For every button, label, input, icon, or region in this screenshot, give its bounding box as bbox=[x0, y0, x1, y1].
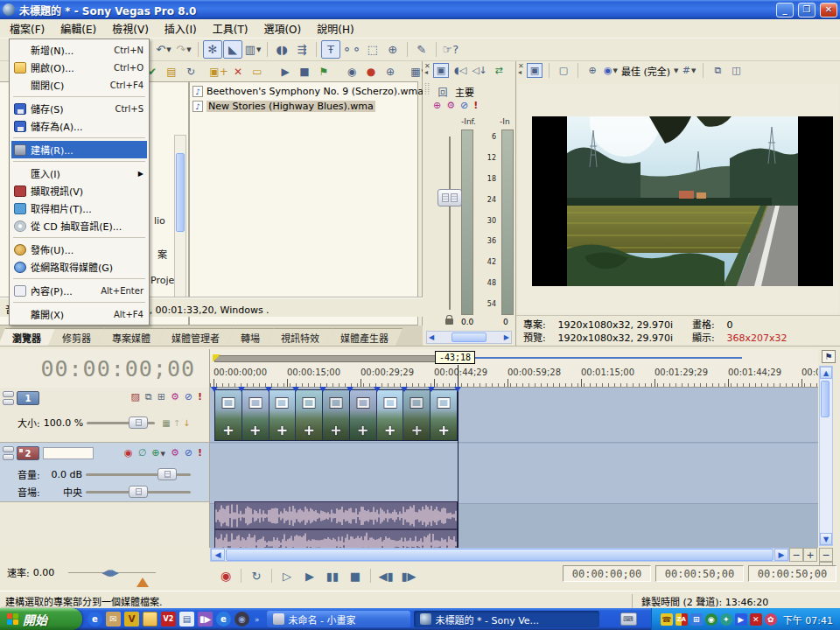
taskbar-clock[interactable]: 下午 07:41 bbox=[783, 612, 833, 626]
capture-video-icon[interactable]: ● bbox=[362, 63, 380, 80]
new-folder-icon[interactable]: ▣+ bbox=[210, 63, 228, 80]
selection-end-timecode[interactable]: 00:00:50;00 bbox=[655, 565, 744, 582]
file-menu-item-publish[interactable]: 發佈(U)... bbox=[11, 241, 147, 258]
selection-edit-tool-button[interactable]: ▥▼ bbox=[243, 40, 262, 59]
pan-slider[interactable] bbox=[86, 491, 191, 494]
close-button[interactable]: ✕ bbox=[820, 3, 837, 18]
scroll-up-icon[interactable]: ▲ bbox=[820, 367, 832, 379]
track-fx-icon[interactable]: ⊕▼ bbox=[151, 447, 165, 458]
play-from-start-button[interactable]: ▷ bbox=[276, 567, 298, 584]
media-player-icon[interactable]: ◉ bbox=[234, 612, 249, 626]
media-manager-icon[interactable]: ◉ bbox=[343, 63, 360, 80]
tray-windows-icon[interactable]: ⊞ bbox=[690, 613, 703, 626]
menu-view[interactable]: 檢視(V) bbox=[104, 18, 157, 38]
menu-tools[interactable]: 工具(T) bbox=[205, 18, 256, 38]
audio-track-lane[interactable] bbox=[210, 444, 818, 504]
close-panel-icon[interactable]: ✕◂ bbox=[424, 63, 430, 75]
dim-output-icon[interactable]: ◁↓ bbox=[472, 63, 487, 78]
menu-help[interactable]: 說明(H) bbox=[309, 18, 361, 38]
file-menu-item-save[interactable]: 儲存(S)Ctrl+S bbox=[11, 100, 147, 117]
scroll-thumb[interactable] bbox=[452, 332, 486, 342]
file-menu-item-new[interactable]: 新增(N)...Ctrl+N bbox=[11, 41, 147, 59]
file-menu-item-save-as[interactable]: 儲存為(A)... bbox=[11, 117, 147, 135]
video-output-fx-icon[interactable]: ⊕ bbox=[584, 63, 600, 78]
file-list-item[interactable]: ♪ New Stories (Highway Blues).wma bbox=[190, 99, 417, 114]
ruler-tick-strip[interactable]: 00:00:00;00 00:00:15;00 00:00:29;29 00:0… bbox=[210, 365, 818, 388]
file-menu-item-open[interactable]: 開啟(O)...Ctrl+O bbox=[11, 59, 147, 76]
mute-icon[interactable]: ⊘ bbox=[460, 100, 468, 111]
undo-button[interactable]: ↶▼ bbox=[154, 40, 173, 59]
track-resize-grip[interactable] bbox=[3, 391, 14, 409]
solo-icon[interactable]: ! bbox=[198, 447, 202, 458]
loop-playback-button[interactable]: ↻ bbox=[246, 567, 267, 584]
tab-media-generators[interactable]: 媒體產生器 bbox=[326, 328, 402, 346]
invert-phase-icon[interactable]: ∅ bbox=[138, 447, 147, 458]
envelope-edit-tool-button[interactable]: ◣ bbox=[223, 40, 242, 59]
file-menu-item-get-photo[interactable]: 取得相片(T)... bbox=[11, 200, 147, 217]
play-button[interactable]: ▶ bbox=[299, 567, 320, 584]
scroll-down-icon[interactable]: ▼ bbox=[820, 533, 832, 545]
auto-preview-icon[interactable]: ⚑ bbox=[315, 63, 332, 80]
project-properties-icon[interactable]: ▣ bbox=[527, 63, 542, 78]
file-menu-item-extract-audio-cd[interactable]: 從 CD 抽取音訊(E)... bbox=[11, 217, 147, 234]
timeline-vertical-scrollbar[interactable]: ▲ ▼ bbox=[819, 366, 833, 546]
menu-file[interactable]: 檔案(F) bbox=[2, 18, 52, 38]
internet-explorer-icon[interactable]: e bbox=[88, 612, 102, 626]
get-media-web-icon[interactable]: ⊕ bbox=[382, 63, 399, 80]
automation-settings-icon[interactable]: ⚙ bbox=[171, 447, 179, 458]
rectangle-select-button[interactable]: ⬚ bbox=[363, 40, 382, 59]
loop-region-bar[interactable] bbox=[214, 355, 458, 362]
file-menu-item-properties[interactable]: 內容(P)...Alt+Enter bbox=[11, 282, 147, 299]
track-name-field[interactable] bbox=[43, 447, 94, 459]
delete-icon[interactable]: ✕ bbox=[229, 63, 247, 80]
tab-video-fx[interactable]: 視訊特效 bbox=[267, 328, 333, 346]
bypass-motion-blur-icon[interactable]: ▨ bbox=[130, 391, 139, 402]
media-app-icon[interactable]: V2 bbox=[161, 612, 176, 626]
restore-button[interactable]: ❒ bbox=[798, 3, 816, 18]
tab-trimmer[interactable]: 修剪器 bbox=[48, 328, 105, 346]
meters-icon[interactable]: ⇄ bbox=[491, 63, 507, 78]
auto-crossfade-button[interactable]: ◖◗ bbox=[272, 40, 291, 59]
cursor-timecode-display[interactable]: 00:00:00;00 bbox=[0, 349, 210, 388]
marker-tool-icon[interactable]: ⚑ bbox=[822, 350, 836, 363]
start-preview-icon[interactable]: ▶ bbox=[276, 63, 294, 80]
make-parent-icon[interactable]: ↓ bbox=[183, 418, 190, 428]
video-track-lane[interactable]: + + + + + + + + + bbox=[210, 388, 818, 443]
scroll-left-icon[interactable]: ◀ bbox=[429, 333, 434, 341]
file-menu-item-close[interactable]: 關閉(C)Ctrl+F4 bbox=[11, 76, 147, 94]
panel-grip[interactable]: ∶∶∶∶∶∶ bbox=[425, 82, 429, 94]
external-monitor-icon[interactable]: ▢ bbox=[556, 63, 571, 78]
zoom-in-time-button[interactable]: + bbox=[803, 548, 817, 562]
scroll-thumb[interactable] bbox=[226, 549, 774, 561]
menu-edit[interactable]: 編輯(E) bbox=[52, 18, 104, 38]
insert-fx-icon[interactable]: ⊕ bbox=[433, 100, 441, 111]
slider-handle[interactable] bbox=[129, 486, 148, 498]
track-motion-icon[interactable]: ⧉ bbox=[145, 391, 152, 402]
rate-scrub-slider[interactable]: ◀◆▶ bbox=[68, 572, 156, 573]
mute-icon[interactable]: ⊘ bbox=[185, 391, 192, 402]
video-track-header[interactable]: 1 ▨ ⧉ ⊞ ⚙ ⊘ ! 大小: 100.0 % ▦ ↑ ↓ bbox=[0, 388, 210, 443]
taskbar-button-paint[interactable]: 未命名 - 小畫家 bbox=[267, 611, 410, 627]
composite-mode-icon[interactable]: ▦ bbox=[162, 418, 170, 428]
file-menu-item-get-media-web[interactable]: 從網路取得媒體(G) bbox=[11, 258, 147, 276]
tray-player-icon[interactable]: ▶ bbox=[735, 613, 747, 626]
zoom-tool-button[interactable]: ⊕ bbox=[383, 40, 402, 59]
scroll-right-icon[interactable]: ▶ bbox=[774, 549, 788, 561]
slider-handle[interactable] bbox=[158, 468, 177, 480]
lock-envelopes-button[interactable]: Ŧ bbox=[321, 40, 340, 59]
preview-quality-dropdown-icon[interactable]: ▼ bbox=[674, 67, 678, 74]
loop-start-marker[interactable] bbox=[213, 354, 220, 362]
start-button[interactable]: 開始 bbox=[0, 608, 82, 630]
volume-slider[interactable] bbox=[86, 473, 191, 476]
composite-level-slider[interactable] bbox=[87, 422, 155, 424]
refresh-icon[interactable]: ↻ bbox=[182, 63, 200, 80]
audio-track-number[interactable]: 2 bbox=[17, 446, 39, 460]
tab-media-manager[interactable]: 媒體管理者 bbox=[158, 328, 234, 346]
browser-icon[interactable]: e bbox=[216, 612, 231, 626]
arm-record-icon[interactable]: ◉ bbox=[124, 447, 133, 458]
timeline-tracks[interactable]: + + + + + + + + + bbox=[210, 388, 818, 548]
tab-project-media[interactable]: 專案媒體 bbox=[98, 328, 164, 346]
tab-explorer[interactable]: 瀏覽器 bbox=[0, 328, 55, 346]
tray-utility-icon[interactable]: ✦ bbox=[720, 613, 732, 626]
tray-alert-icon[interactable]: ✕ bbox=[750, 613, 762, 626]
